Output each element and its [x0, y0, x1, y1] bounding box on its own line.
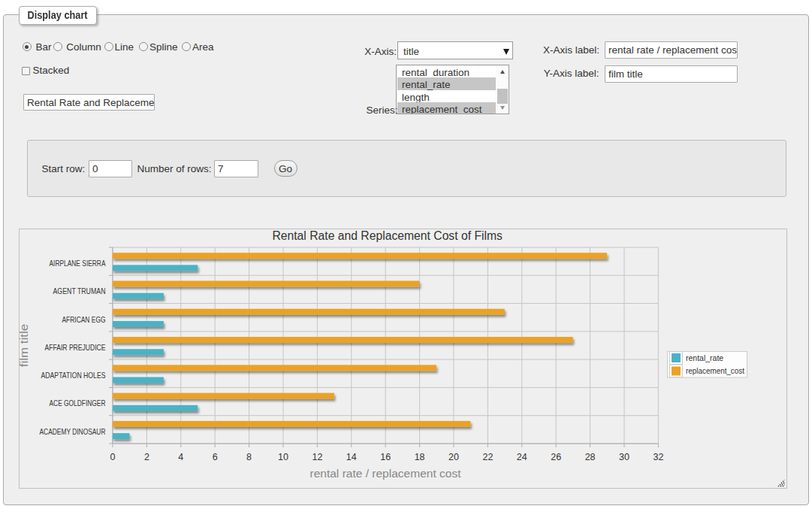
svg-text:0: 0 — [110, 452, 116, 462]
svg-text:26: 26 — [551, 452, 561, 462]
svg-text:14: 14 — [346, 452, 357, 462]
svg-text:rental rate / replacement cost: rental rate / replacement cost — [310, 467, 462, 480]
svg-text:8: 8 — [246, 452, 252, 462]
svg-text:28: 28 — [585, 452, 596, 462]
svg-text:Rental Rate and Replacement Co: Rental Rate and Replacement Cost of Film… — [272, 229, 503, 242]
svg-text:AIRPLANE SIERRA: AIRPLANE SIERRA — [50, 259, 107, 268]
svg-text:AFFAIR PREJUDICE: AFFAIR PREJUDICE — [45, 343, 106, 352]
svg-text:6: 6 — [213, 452, 218, 462]
svg-text:rental_rate: rental_rate — [686, 353, 723, 362]
svg-text:12: 12 — [312, 452, 322, 462]
svg-text:16: 16 — [380, 452, 391, 462]
svg-text:AGENT TRUMAN: AGENT TRUMAN — [53, 286, 106, 295]
svg-text:32: 32 — [653, 452, 663, 462]
svg-text:ACE GOLDFINGER: ACE GOLDFINGER — [50, 398, 106, 407]
svg-text:2: 2 — [144, 452, 149, 462]
svg-text:10: 10 — [278, 452, 288, 462]
svg-text:30: 30 — [619, 452, 629, 462]
svg-text:AFRICAN EGG: AFRICAN EGG — [62, 315, 106, 324]
svg-text:20: 20 — [448, 452, 459, 462]
svg-text:replacement_cost: replacement_cost — [686, 366, 744, 375]
svg-text:24: 24 — [517, 452, 527, 462]
svg-text:4: 4 — [178, 452, 183, 462]
svg-text:18: 18 — [415, 452, 425, 462]
svg-text:ADAPTATION HOLES: ADAPTATION HOLES — [41, 371, 106, 380]
svg-text:22: 22 — [482, 452, 493, 462]
svg-text:film title: film title — [19, 324, 30, 368]
svg-text:ACADEMY DINOSAUR: ACADEMY DINOSAUR — [40, 427, 106, 436]
